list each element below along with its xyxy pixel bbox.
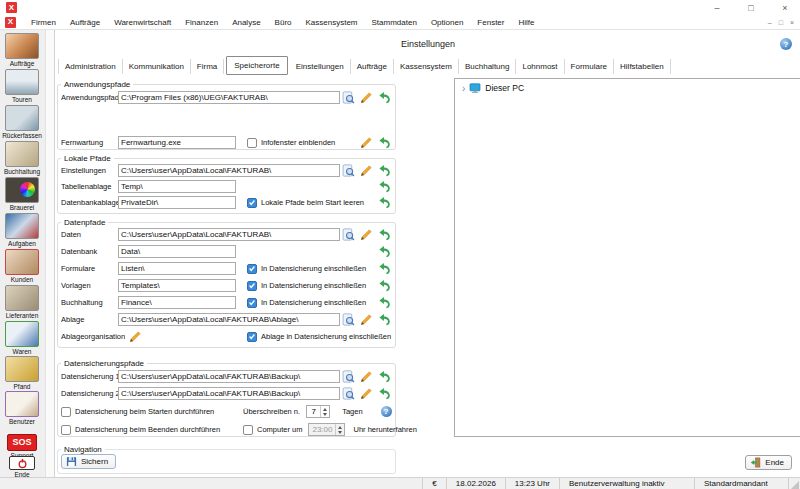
reset-icon[interactable]: [378, 370, 391, 383]
tab-firma[interactable]: Firma: [191, 59, 224, 74]
menu-hilfe[interactable]: Hilfe: [511, 18, 541, 27]
vorlagen-sicherung-checkbox[interactable]: [247, 281, 257, 291]
datenbankablage-input[interactable]: PrivateDir\: [118, 196, 236, 209]
menu-kassensystem[interactable]: Kassensystem: [299, 18, 365, 27]
tab-buchhaltung[interactable]: Buchhaltung: [459, 59, 516, 74]
reset-icon[interactable]: [378, 164, 391, 177]
edit-pencil-icon[interactable]: [360, 164, 373, 177]
sidebar-item-auftraege[interactable]: Aufträge: [0, 33, 44, 67]
tab-speicherorte[interactable]: Speicherorte: [226, 56, 287, 75]
formulare-sicherung-checkbox[interactable]: [247, 264, 257, 274]
vorlagen-input[interactable]: Templates\: [118, 279, 236, 292]
resize-grip[interactable]: [791, 481, 799, 489]
tab-kommunikation[interactable]: Kommunikation: [123, 59, 191, 74]
reset-icon[interactable]: [378, 262, 391, 275]
einstellungen-pfad-input[interactable]: C:\Users\user\AppData\Local\FAKTURAB\: [118, 164, 340, 177]
tabellenablage-input[interactable]: Temp\: [118, 180, 236, 193]
zeit-spinner[interactable]: 23:00: [308, 423, 345, 436]
edit-pencil-icon[interactable]: [360, 313, 373, 326]
menu-firmen[interactable]: Firmen: [24, 18, 63, 27]
menu-buero[interactable]: Büro: [268, 18, 299, 27]
browse-icon[interactable]: [342, 370, 355, 383]
datensicherung1-input[interactable]: C:\Users\user\AppData\Local\FAKTURAB\Bac…: [118, 370, 340, 383]
reset-icon[interactable]: [378, 279, 391, 292]
spinner-arrows[interactable]: [320, 406, 329, 417]
edit-pencil-icon[interactable]: [129, 330, 142, 343]
datensicherung2-input[interactable]: C:\Users\user\AppData\Local\FAKTURAB\Bac…: [118, 387, 340, 400]
daten-input[interactable]: C:\Users\user\AppData\Local\FAKTURAB\: [118, 228, 340, 241]
browse-icon[interactable]: [342, 313, 355, 326]
menu-fenster[interactable]: Fenster: [470, 18, 511, 27]
edit-pencil-icon[interactable]: [360, 91, 373, 104]
reset-icon[interactable]: [378, 228, 391, 241]
sidebar-item-pfand[interactable]: Pfand: [0, 356, 44, 390]
sidebar-item-rueckerfassen[interactable]: Rückerfassen: [0, 105, 44, 139]
tree-item-dieser-pc[interactable]: › Dieser PC: [455, 79, 800, 94]
reset-icon[interactable]: [378, 196, 391, 209]
sichern-button[interactable]: Sichern: [61, 454, 116, 469]
reset-icon[interactable]: [378, 180, 391, 193]
tab-lohnmost[interactable]: Lohnmost: [516, 59, 564, 74]
menu-analyse[interactable]: Analyse: [225, 18, 267, 27]
ueberschreiben-value[interactable]: 7: [307, 406, 320, 417]
reset-icon[interactable]: [378, 387, 391, 400]
ablage-sicherung-checkbox[interactable]: [247, 332, 257, 342]
sidebar-item-brauerei[interactable]: Brauerei: [0, 177, 44, 211]
ablage-input[interactable]: C:\Users\user\AppData\Local\FAKTURAB\Abl…: [118, 313, 340, 326]
lokale-pfade-leeren-checkbox[interactable]: [247, 198, 257, 208]
infofenster-checkbox[interactable]: [247, 138, 257, 148]
sidebar-item-waren[interactable]: Waren: [0, 321, 44, 355]
reset-icon[interactable]: [378, 296, 391, 309]
sicherung-starten-checkbox[interactable]: [61, 407, 71, 417]
reset-icon[interactable]: [378, 136, 391, 149]
tab-kassensystem[interactable]: Kassensystem: [394, 59, 459, 74]
maximize-button[interactable]: □: [744, 3, 758, 13]
help-icon[interactable]: ?: [381, 406, 392, 417]
sidebar-item-buchhaltung[interactable]: Buchhaltung: [0, 141, 44, 175]
browse-icon[interactable]: [342, 228, 355, 241]
edit-pencil-icon[interactable]: [360, 228, 373, 241]
sidebar-item-touren[interactable]: Touren: [0, 69, 44, 103]
sidebar-item-kunden[interactable]: Kunden: [0, 249, 44, 283]
sidebar-item-lieferanten[interactable]: Lieferanten: [0, 285, 44, 319]
menu-optionen[interactable]: Optionen: [424, 18, 470, 27]
reset-icon[interactable]: [378, 245, 391, 258]
browse-icon[interactable]: [342, 387, 355, 400]
mdi-restore-button[interactable]: □: [779, 19, 783, 26]
tab-formulare[interactable]: Formulare: [565, 59, 614, 74]
datenbank-input[interactable]: Data\: [118, 245, 236, 258]
sidebar-item-aufgaben[interactable]: Aufgaben: [0, 213, 44, 247]
reset-icon[interactable]: [378, 313, 391, 326]
sidebar-item-benutzer[interactable]: Benutzer: [0, 391, 44, 425]
anwendungspfad-input[interactable]: C:\Program Files (x86)\UEG\FAKTURAB\: [118, 91, 340, 104]
mdi-close-button[interactable]: ×: [790, 19, 794, 26]
formulare-input[interactable]: Listen\: [118, 262, 236, 275]
sidebar-item-ende[interactable]: Ende: [0, 456, 44, 478]
fernwartung-input[interactable]: Fernwartung.exe: [118, 136, 236, 149]
buchhaltung-sicherung-checkbox[interactable]: [247, 298, 257, 308]
menu-auftraege[interactable]: Aufträge: [63, 18, 107, 27]
tab-auftraege[interactable]: Aufträge: [351, 59, 394, 74]
ende-button[interactable]: Ende: [745, 455, 792, 470]
reset-icon[interactable]: [378, 91, 391, 104]
browse-icon[interactable]: [342, 91, 355, 104]
tab-administration[interactable]: Administration: [58, 59, 123, 74]
sidebar-scrollbar[interactable]: [45, 30, 54, 477]
buchhaltung-input[interactable]: Finance\: [118, 296, 236, 309]
browse-icon[interactable]: [342, 164, 355, 177]
menu-finanzen[interactable]: Finanzen: [178, 18, 225, 27]
ueberschreiben-spinner[interactable]: 7: [306, 405, 330, 418]
mdi-minimize-button[interactable]: –: [768, 19, 772, 26]
computer-herunterfahren-checkbox[interactable]: [243, 425, 253, 435]
tab-einstellungen[interactable]: Einstellungen: [290, 59, 351, 74]
menu-stammdaten[interactable]: Stammdaten: [365, 18, 424, 27]
sicherung-beenden-checkbox[interactable]: [61, 425, 71, 435]
chevron-right-icon[interactable]: ›: [462, 84, 465, 93]
spinner-arrows[interactable]: [335, 424, 344, 435]
tab-hilfstabellen[interactable]: Hilfstabellen: [614, 59, 671, 74]
edit-pencil-icon[interactable]: [360, 136, 373, 149]
menu-warenwirtschaft[interactable]: Warenwirtschaft: [107, 18, 178, 27]
edit-pencil-icon[interactable]: [360, 370, 373, 383]
edit-pencil-icon[interactable]: [360, 387, 373, 400]
close-button[interactable]: ×: [778, 3, 792, 13]
